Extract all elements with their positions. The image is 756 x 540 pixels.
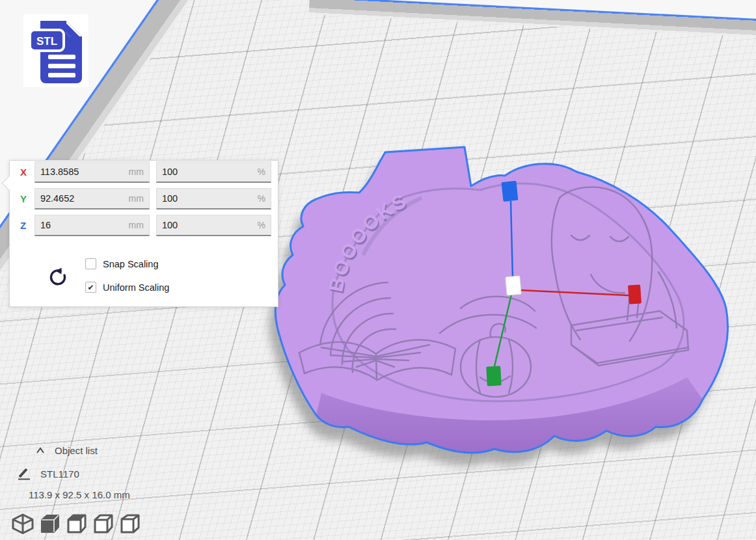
z-size-field-wrap: mm: [34, 215, 150, 236]
view-front-icon: [38, 513, 61, 534]
z-percent-field-wrap: %: [156, 215, 271, 236]
x-percent-input[interactable]: [157, 162, 271, 182]
view-top-icon: [65, 513, 87, 534]
y-size-field-wrap: mm: [34, 188, 150, 209]
svg-text:STL: STL: [36, 35, 57, 47]
view-left-icon: [92, 513, 114, 534]
view-3d-button[interactable]: [12, 513, 34, 534]
view-top-button[interactable]: [65, 513, 87, 534]
snap-scaling-option[interactable]: Snap Scaling: [85, 258, 158, 269]
object-item-name: STL1170: [40, 468, 79, 479]
z-scale-handle[interactable]: [501, 181, 518, 202]
view-right-icon: [118, 513, 141, 534]
z-percent-input[interactable]: [157, 215, 271, 235]
scale-tool-panel: X mm % Y mm % Z mm %: [9, 160, 278, 307]
view-3d-icon: [12, 513, 34, 534]
scale-row-y: Y mm %: [20, 187, 271, 210]
reset-scale-button[interactable]: [46, 267, 67, 288]
y-percent-input[interactable]: [157, 189, 271, 208]
x-scale-handle[interactable]: [628, 284, 641, 304]
pencil-icon: [17, 467, 31, 480]
view-right-button[interactable]: [118, 513, 141, 534]
model-3d-object[interactable]: BOOOOKS BOOOOKS: [265, 138, 734, 463]
x-size-field-wrap: mm: [34, 161, 150, 183]
uniform-scaling-label: Uniform Scaling: [103, 282, 169, 293]
uniform-scaling-checkbox[interactable]: ✔: [85, 282, 96, 293]
x-percent-field-wrap: %: [156, 161, 271, 183]
chevron-up-icon: [35, 447, 46, 453]
center-scale-handle[interactable]: [506, 276, 521, 295]
scale-row-z: Z mm %: [20, 214, 271, 237]
view-left-button[interactable]: [92, 513, 114, 534]
panel-pointer-notch: [1, 175, 17, 191]
object-list-item[interactable]: STL1170: [13, 466, 130, 481]
object-dimensions: 113.9 x 92.5 x 16.0 mm: [13, 489, 130, 500]
snap-scaling-label: Snap Scaling: [103, 259, 158, 269]
cura-3d-viewport: { "file_chip": { "label": "STL" }, "scal…: [0, 0, 756, 540]
uniform-scaling-option[interactable]: ✔ Uniform Scaling: [85, 282, 169, 293]
stl-file-thumbnail: STL: [23, 14, 88, 87]
y-percent-field-wrap: %: [156, 188, 271, 209]
view-front-button[interactable]: [38, 513, 61, 534]
x-axis-label: X: [20, 167, 34, 178]
z-axis-label: Z: [20, 220, 34, 231]
y-axis-label: Y: [20, 193, 34, 204]
camera-view-toolbar: [12, 513, 141, 534]
snap-scaling-checkbox[interactable]: [85, 258, 96, 269]
stl-file-icon: STL: [29, 21, 83, 83]
object-list-header[interactable]: Object list: [13, 442, 130, 458]
reset-rotate-icon: [47, 267, 66, 287]
object-list-panel: Object list STL1170 113.9 x 92.5 x 16.0 …: [13, 442, 130, 500]
scale-row-x: X mm %: [20, 161, 271, 183]
y-size-input[interactable]: [35, 189, 149, 208]
x-size-input[interactable]: [35, 162, 149, 182]
z-size-input[interactable]: [35, 215, 149, 235]
y-scale-handle[interactable]: [486, 366, 502, 386]
object-list-title: Object list: [55, 445, 98, 456]
